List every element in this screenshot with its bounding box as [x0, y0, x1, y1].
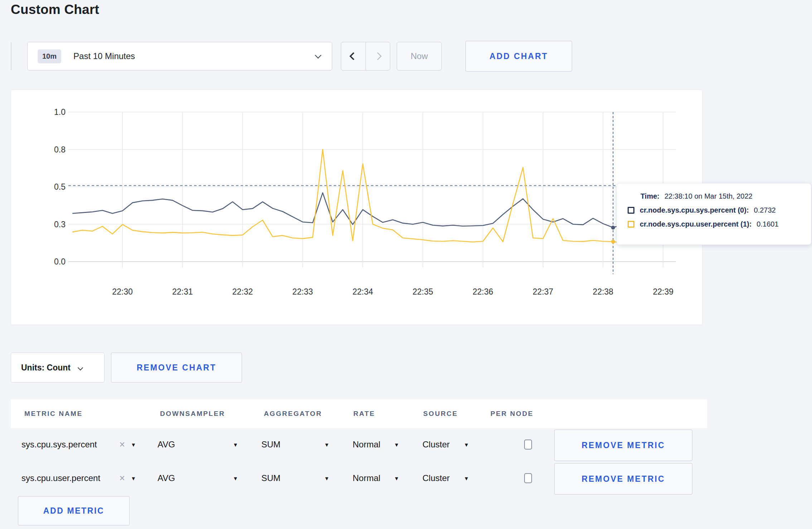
- source-select[interactable]: Cluster ▼: [422, 462, 469, 495]
- time-forward-button[interactable]: [366, 42, 390, 70]
- tooltip-series-value: 0.1601: [757, 220, 778, 228]
- column-header-rate: Rate: [353, 410, 375, 418]
- rate-value: Normal: [353, 473, 380, 483]
- caret-down-icon: ▼: [131, 475, 136, 481]
- chevron-right-icon: [374, 52, 382, 60]
- caret-down-icon: ▼: [464, 475, 469, 481]
- tooltip-series-row: cr.node.sys.cpu.user.percent (1): 0.1601: [628, 220, 802, 228]
- rate-select[interactable]: Normal ▼: [353, 462, 399, 495]
- svg-text:0.8: 0.8: [54, 145, 66, 154]
- svg-text:22:34: 22:34: [352, 287, 373, 296]
- add-chart-button[interactable]: ADD CHART: [465, 41, 572, 72]
- tooltip-series-name: cr.node.sys.cpu.sys.percent (0):: [640, 206, 749, 214]
- column-header-per-node: Per Node: [490, 410, 533, 418]
- column-header-downsampler: Downsampler: [160, 410, 225, 418]
- chart-tooltip: Time: 22:38:10 on Mar 15th, 2022 cr.node…: [617, 183, 811, 245]
- rate-value: Normal: [353, 440, 380, 450]
- per-node-checkbox[interactable]: [524, 473, 532, 483]
- time-pager: [341, 42, 390, 71]
- caret-down-icon: ▼: [324, 475, 329, 481]
- svg-text:22:31: 22:31: [172, 287, 193, 296]
- tooltip-series-value: 0.2732: [754, 206, 776, 214]
- svg-text:1.0: 1.0: [54, 107, 66, 117]
- caret-down-icon: ▼: [464, 442, 469, 448]
- caret-down-icon: ▼: [394, 475, 399, 481]
- metric-name: sys.cpu.sys.percent: [21, 440, 97, 450]
- chevron-down-icon: [315, 52, 321, 58]
- aggregator-value: SUM: [261, 473, 280, 483]
- time-window-badge: 10m: [38, 49, 61, 63]
- clear-metric-icon[interactable]: ×: [119, 439, 125, 450]
- svg-text:0.3: 0.3: [54, 220, 66, 229]
- source-value: Cluster: [422, 440, 450, 450]
- page-title: Custom Chart: [11, 2, 99, 17]
- column-header-metric-name: Metric Name: [24, 410, 83, 418]
- per-node-cell: [512, 428, 544, 461]
- series-sys-swatch-icon: [628, 207, 634, 214]
- downsampler-select[interactable]: AVG ▼: [158, 428, 238, 461]
- aggregator-select[interactable]: SUM ▼: [261, 462, 329, 495]
- units-label: Units: Count: [21, 363, 71, 373]
- tooltip-time-label: Time:: [641, 192, 659, 200]
- remove-metric-button[interactable]: REMOVE METRIC: [554, 429, 692, 461]
- per-node-checkbox[interactable]: [524, 440, 532, 450]
- rate-select[interactable]: Normal ▼: [353, 428, 399, 461]
- svg-text:22:36: 22:36: [473, 287, 493, 296]
- metrics-chart[interactable]: 0.00.30.50.81.022:3022:3122:3222:3322:34…: [11, 90, 703, 325]
- aggregator-select[interactable]: SUM ▼: [261, 428, 329, 461]
- svg-text:0.5: 0.5: [54, 182, 66, 191]
- tooltip-time-row: Time: 22:38:10 on Mar 15th, 2022: [628, 192, 802, 200]
- add-metric-button[interactable]: ADD METRIC: [18, 496, 130, 525]
- caret-down-icon: ▼: [233, 442, 238, 448]
- remove-metric-button[interactable]: REMOVE METRIC: [554, 463, 692, 495]
- tooltip-series-name: cr.node.sys.cpu.user.percent (1):: [640, 220, 751, 228]
- metrics-table-header: Metric Name Downsampler Aggregator Rate …: [11, 399, 707, 428]
- tooltip-time-value: 22:38:10 on Mar 15th, 2022: [664, 192, 753, 200]
- units-select[interactable]: Units: Count: [11, 353, 105, 383]
- svg-text:22:33: 22:33: [293, 287, 313, 296]
- metric-name-select[interactable]: sys.cpu.user.percent × ▼: [21, 462, 136, 495]
- svg-text:22:37: 22:37: [533, 287, 554, 296]
- svg-text:22:30: 22:30: [112, 287, 133, 296]
- time-window-label: Past 10 Minutes: [73, 51, 135, 61]
- caret-down-icon: ▼: [394, 442, 399, 448]
- svg-text:22:39: 22:39: [653, 287, 673, 296]
- remove-chart-button[interactable]: REMOVE CHART: [111, 353, 242, 383]
- time-window-select[interactable]: 10m Past 10 Minutes: [27, 42, 332, 71]
- caret-down-icon: ▼: [324, 442, 329, 448]
- series-user-swatch-icon: [628, 221, 634, 228]
- chevron-down-icon: [78, 365, 83, 370]
- downsampler-value: AVG: [158, 473, 175, 483]
- per-node-cell: [512, 462, 544, 495]
- toolbar-divider: [11, 42, 11, 70]
- column-header-source: Source: [423, 410, 458, 418]
- svg-text:0.0: 0.0: [54, 257, 66, 266]
- tooltip-series-row: cr.node.sys.cpu.sys.percent (0): 0.2732: [628, 206, 802, 214]
- time-back-button[interactable]: [341, 42, 366, 70]
- chevron-left-icon: [349, 52, 357, 60]
- column-header-aggregator: Aggregator: [264, 410, 322, 418]
- source-select[interactable]: Cluster ▼: [422, 428, 469, 461]
- custom-chart-page: Custom Chart 10m Past 10 Minutes Now ADD…: [0, 0, 812, 529]
- metric-name-select[interactable]: sys.cpu.sys.percent × ▼: [21, 428, 136, 461]
- downsampler-value: AVG: [158, 440, 175, 450]
- downsampler-select[interactable]: AVG ▼: [158, 462, 238, 495]
- source-value: Cluster: [422, 473, 450, 483]
- caret-down-icon: ▼: [233, 475, 238, 481]
- now-button[interactable]: Now: [397, 42, 442, 71]
- aggregator-value: SUM: [261, 440, 280, 450]
- chart-card: 0.00.30.50.81.022:3022:3122:3222:3322:34…: [11, 89, 702, 325]
- svg-text:22:32: 22:32: [232, 287, 253, 296]
- svg-text:22:35: 22:35: [412, 287, 433, 296]
- caret-down-icon: ▼: [131, 442, 136, 448]
- clear-metric-icon[interactable]: ×: [119, 473, 125, 484]
- metric-name: sys.cpu.user.percent: [21, 473, 100, 483]
- svg-text:22:38: 22:38: [593, 287, 614, 296]
